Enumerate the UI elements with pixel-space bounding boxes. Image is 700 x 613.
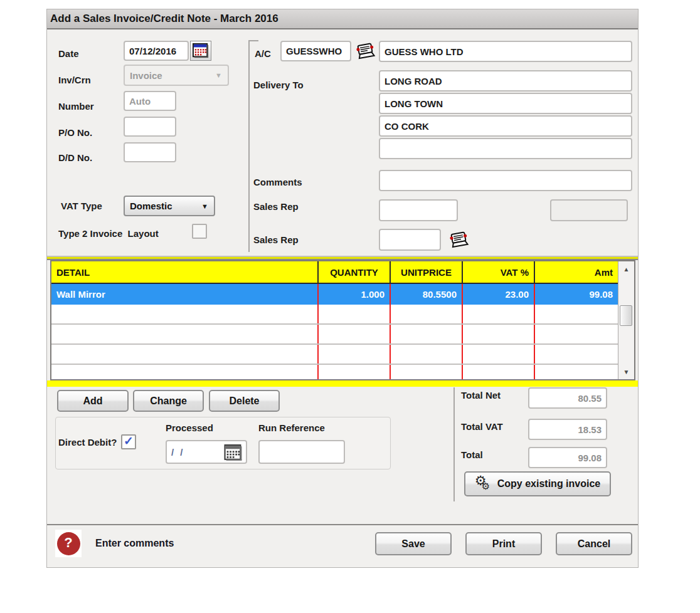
copy-existing-invoice-button[interactable]: ⚙ ⚙ Copy existing invoice (464, 471, 611, 496)
salesrep2-label: Sales Rep (253, 234, 299, 245)
grid-empty-row (51, 305, 618, 325)
chevron-down-icon: ▼ (201, 202, 208, 209)
delete-button[interactable]: Delete (209, 390, 280, 412)
total-vat-field: 18.53 (528, 419, 607, 440)
total-net-label: Total Net (461, 390, 501, 401)
delivery-line1-input[interactable]: LONG ROAD (379, 70, 632, 92)
total-net-field: 80.55 (528, 387, 607, 409)
processed-date-input[interactable]: / / (166, 440, 247, 464)
direct-debit-group: Direct Debit? ✓ Processed / / R (55, 417, 391, 469)
salesrep2-lookup-button[interactable] (448, 229, 470, 250)
status-message: Enter comments (95, 538, 174, 549)
screen: Add a Sales Invoice/Credit Note - March … (0, 0, 700, 613)
invcrn-dropdown: Invoice ▼ (124, 65, 229, 86)
lookup-icon (448, 229, 470, 250)
delivery-line4-input[interactable] (379, 138, 632, 159)
window-title: Add a Sales Invoice/Credit Note - March … (50, 13, 278, 25)
dd-label: D/D No. (58, 152, 92, 163)
grid-empty-row (51, 345, 618, 365)
salesrep2-input[interactable] (379, 229, 441, 251)
change-button[interactable]: Change (133, 390, 204, 412)
dd-input[interactable] (124, 142, 176, 162)
col-header-vat: VAT % (463, 261, 535, 284)
ac-label: A/C (255, 48, 271, 59)
ac-code-input[interactable]: GUESSWHO (280, 41, 351, 61)
ac-name-input[interactable]: GUESS WHO LTD (379, 41, 632, 62)
ac-lookup-button[interactable] (355, 41, 376, 61)
po-input[interactable] (124, 117, 176, 137)
help-button[interactable]: ? (55, 530, 82, 557)
grid-empty-row (51, 325, 618, 345)
totals-group-border (453, 387, 455, 501)
invoice-lines-grid: DETAIL QUANTITY UNITPRICE VAT % Amt Wall… (50, 260, 635, 380)
col-header-amt: Amt (535, 261, 618, 284)
vattype-label: VAT Type (61, 201, 102, 211)
group-border (248, 40, 250, 252)
delivery-line3-input[interactable]: CO CORK (379, 115, 632, 137)
delivery-label: Delivery To (253, 80, 304, 90)
comments-label: Comments (253, 177, 302, 187)
col-header-detail: DETAIL (51, 261, 319, 284)
add-button[interactable]: Add (57, 390, 129, 412)
total-vat-label: Total VAT (461, 421, 503, 432)
print-button[interactable]: Print (465, 532, 542, 555)
vattype-dropdown[interactable]: Domestic ▼ (124, 196, 215, 216)
invoice-dialog: Add a Sales Invoice/Credit Note - March … (47, 9, 638, 567)
date-input[interactable]: 07/12/2016 (124, 41, 189, 61)
footer-divider (47, 524, 638, 525)
total-label: Total (461, 449, 483, 460)
col-header-quantity: QUANTITY (319, 261, 391, 284)
number-input[interactable]: Auto (124, 91, 176, 111)
calendar-icon[interactable] (223, 444, 243, 462)
grid-header-row: DETAIL QUANTITY UNITPRICE VAT % Amt (51, 261, 618, 284)
po-label: P/O No. (58, 127, 92, 138)
scroll-down-icon: ▼ (623, 369, 630, 375)
chevron-down-icon: ▼ (215, 71, 222, 79)
total-field: 99.08 (528, 447, 607, 468)
comments-input[interactable] (379, 170, 632, 191)
separator-yellow-bottom (47, 380, 638, 387)
number-label: Number (58, 101, 94, 112)
title-bar: Add a Sales Invoice/Credit Note - March … (47, 9, 638, 29)
run-reference-label: Run Reference (258, 422, 325, 433)
grid-scrollbar: ▲ ▼ (618, 261, 634, 379)
calendar-icon (192, 43, 209, 59)
delivery-line2-input[interactable]: LONG TOWN (379, 93, 632, 114)
group-border (248, 40, 258, 41)
run-reference-input[interactable] (258, 440, 345, 464)
date-label: Date (58, 48, 79, 59)
gears-icon: ⚙ ⚙ (475, 474, 494, 493)
save-button[interactable]: Save (375, 532, 452, 555)
help-icon: ? (57, 532, 80, 555)
salesrep1-name-field (550, 199, 628, 221)
checkmark-icon: ✓ (124, 435, 134, 447)
type2-label: Type 2 Invoice Layout (58, 228, 159, 239)
scroll-up-button[interactable]: ▲ (618, 261, 634, 276)
col-header-unitprice: UNITPRICE (391, 261, 463, 284)
scroll-up-icon: ▲ (623, 266, 630, 273)
direct-debit-checkbox[interactable]: ✓ (121, 434, 136, 449)
type2-checkbox[interactable] (192, 224, 207, 239)
grid-row-selected[interactable]: Wall Mirror 1.000 80.5500 23.00 99.08 (51, 284, 618, 305)
salesrep1-input[interactable] (379, 199, 458, 221)
direct-debit-label: Direct Debit? (58, 437, 117, 448)
cancel-button[interactable]: Cancel (556, 532, 632, 555)
scrollbar-thumb[interactable] (620, 305, 632, 326)
scroll-down-button[interactable]: ▼ (618, 364, 634, 379)
grid-empty-row (51, 365, 618, 379)
processed-label: Processed (166, 422, 213, 433)
date-calendar-button[interactable] (190, 41, 211, 61)
invcrn-label: Inv/Crn (58, 75, 91, 85)
lookup-icon (355, 41, 376, 61)
salesrep1-label: Sales Rep (253, 201, 299, 212)
